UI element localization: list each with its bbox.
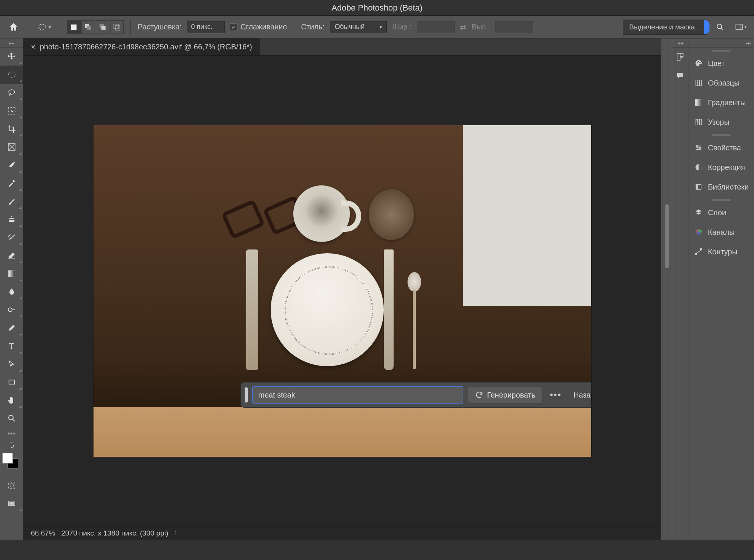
- style-label: Стиль:: [301, 23, 324, 31]
- panel-gradients[interactable]: Градиенты: [688, 93, 754, 112]
- antialias-checkbox[interactable]: ✓ Сглаживание: [230, 23, 287, 31]
- svg-rect-3: [87, 26, 91, 30]
- pattern-icon: [694, 117, 703, 127]
- svg-rect-38: [695, 254, 697, 255]
- svg-point-0: [38, 24, 46, 30]
- hand-tool[interactable]: [0, 391, 23, 409]
- search-icon[interactable]: [713, 20, 728, 35]
- blur-tool[interactable]: [0, 283, 23, 301]
- swap-colors-icon[interactable]: [0, 439, 23, 451]
- zoom-level[interactable]: 66,67%: [31, 529, 55, 537]
- panel-swatches[interactable]: Образцы: [688, 73, 754, 93]
- svg-rect-7: [115, 26, 120, 30]
- svg-point-8: [717, 24, 722, 29]
- select-and-mask-button[interactable]: Выделение и маска...: [623, 20, 707, 35]
- expanded-collapse-icon[interactable]: ▸▸: [688, 38, 754, 47]
- height-input: [495, 21, 533, 33]
- eraser-tool[interactable]: [0, 246, 23, 265]
- canvas[interactable]: Генерировать ••• Назад: [93, 125, 591, 457]
- color-swatches[interactable]: [0, 451, 23, 476]
- svg-point-25: [699, 62, 700, 63]
- more-options-icon[interactable]: •••: [547, 386, 564, 404]
- paths-icon: [694, 247, 703, 257]
- marquee-tool[interactable]: [0, 66, 23, 84]
- generative-fill-bar: Генерировать ••• Назад: [241, 382, 591, 408]
- home-button[interactable]: [6, 20, 21, 35]
- type-tool[interactable]: T: [0, 337, 23, 355]
- selection-add[interactable]: [81, 20, 95, 34]
- back-button[interactable]: Назад: [569, 391, 591, 399]
- comments-icon[interactable]: [672, 66, 688, 85]
- status-chevron-icon[interactable]: 〉: [174, 530, 179, 537]
- svg-rect-5: [101, 26, 106, 30]
- panel-paths[interactable]: Контуры: [688, 242, 754, 262]
- drag-handle-icon[interactable]: [245, 387, 248, 402]
- collapsed-expand-icon[interactable]: ◂◂: [672, 38, 688, 47]
- rectangle-tool[interactable]: [0, 373, 23, 391]
- svg-point-18: [10, 483, 13, 487]
- panel-scroll-strip: [661, 38, 672, 540]
- feather-input[interactable]: [187, 21, 225, 33]
- panel-layers[interactable]: Слои: [688, 203, 754, 222]
- expanded-panel-strip: ▸▸ Цвет Образцы Градиенты Узоры Свойства…: [688, 38, 754, 540]
- clone-stamp-tool[interactable]: [0, 210, 23, 228]
- workspace-switcher-icon[interactable]: ▾: [733, 20, 748, 35]
- antialias-label: Сглаживание: [241, 23, 287, 31]
- dodge-tool[interactable]: [0, 301, 23, 319]
- frame-tool[interactable]: [0, 138, 23, 156]
- feather-label: Растушевка:: [138, 23, 182, 31]
- swap-wh-icon: ⇄: [460, 23, 466, 32]
- panel-patterns[interactable]: Узоры: [688, 112, 754, 132]
- svg-rect-22: [680, 54, 683, 57]
- path-selection-tool[interactable]: [0, 355, 23, 373]
- svg-point-37: [696, 231, 700, 235]
- lasso-tool[interactable]: [0, 84, 23, 102]
- document-tab-title: photo-1517870662726-c1d98ee36250.avif @ …: [40, 43, 252, 51]
- app-title: Adobe Photoshop (Beta): [332, 3, 423, 13]
- style-dropdown[interactable]: Обычный▾: [330, 21, 387, 33]
- svg-rect-17: [8, 482, 15, 489]
- gradient-tool[interactable]: [0, 265, 23, 283]
- document-tab[interactable]: × photo-1517870662726-c1d98ee36250.avif …: [23, 38, 260, 55]
- selection-new[interactable]: [67, 20, 81, 34]
- document-tab-bar: × photo-1517870662726-c1d98ee36250.avif …: [23, 38, 661, 56]
- generative-prompt-input[interactable]: [252, 386, 463, 404]
- close-tab-icon[interactable]: ×: [31, 43, 35, 51]
- crop-tool[interactable]: [0, 120, 23, 138]
- svg-rect-6: [114, 24, 118, 29]
- scrollbar-thumb[interactable]: [665, 204, 669, 268]
- tools-expand-icon[interactable]: ▸▸: [0, 38, 23, 47]
- generate-button[interactable]: Генерировать: [468, 387, 543, 404]
- panel-properties[interactable]: Свойства: [688, 138, 754, 158]
- panel-adjustments[interactable]: Коррекция: [688, 158, 754, 177]
- regenerate-icon: [475, 391, 483, 399]
- svg-rect-39: [700, 249, 702, 250]
- screen-mode-toggle[interactable]: [0, 494, 23, 513]
- active-tool-indicator[interactable]: ▾: [35, 21, 53, 34]
- object-selection-tool[interactable]: [0, 102, 23, 120]
- history-brush-tool[interactable]: [0, 228, 23, 246]
- svg-point-23: [697, 62, 698, 63]
- panel-channels[interactable]: Каналы: [688, 222, 754, 242]
- palette-icon: [694, 58, 703, 68]
- canvas-area[interactable]: Генерировать ••• Назад: [23, 56, 661, 526]
- pen-tool[interactable]: [0, 319, 23, 337]
- move-tool[interactable]: [0, 47, 23, 66]
- zoom-tool[interactable]: [0, 409, 23, 427]
- eyedropper-tool[interactable]: [0, 156, 23, 174]
- selection-intersect[interactable]: [110, 20, 124, 34]
- document-dimensions[interactable]: 2070 пикс. x 1380 пикс. (300 ppi): [61, 529, 168, 537]
- selection-subtract[interactable]: [96, 20, 109, 34]
- brush-tool[interactable]: [0, 192, 23, 210]
- foreground-color[interactable]: [2, 453, 13, 464]
- check-icon: ✓: [230, 23, 238, 31]
- panel-color[interactable]: Цвет: [688, 54, 754, 73]
- contrast-icon: [694, 162, 703, 172]
- edit-toolbar[interactable]: •••: [0, 427, 23, 439]
- quick-mask-toggle[interactable]: [0, 476, 23, 494]
- healing-brush-tool[interactable]: [0, 174, 23, 192]
- panel-libraries[interactable]: Библиотеки: [688, 177, 754, 197]
- panel-icon-a[interactable]: [672, 47, 688, 66]
- layers-icon: [694, 208, 703, 217]
- svg-rect-34: [696, 184, 698, 189]
